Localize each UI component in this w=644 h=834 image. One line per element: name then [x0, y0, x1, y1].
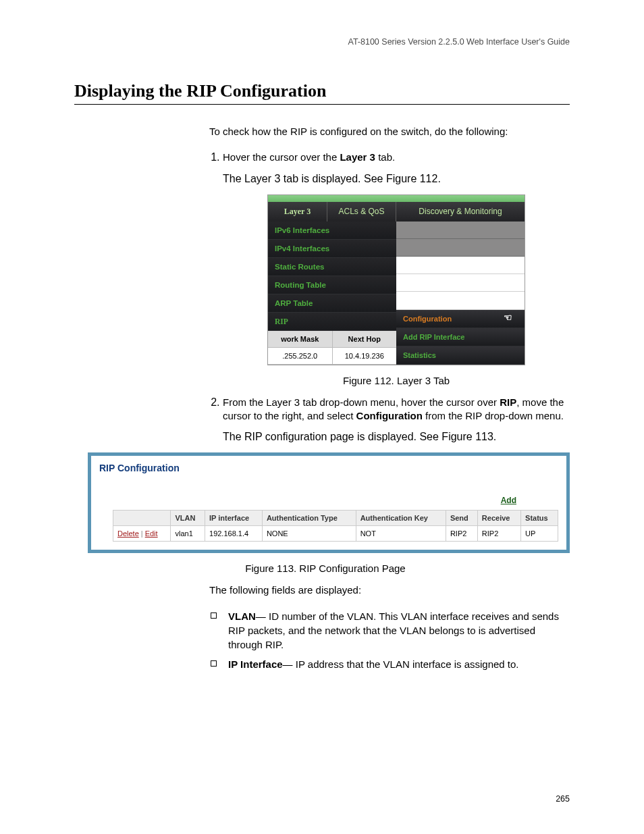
following-fields-text: The following fields are displayed:	[209, 583, 570, 597]
col-work-mask: work Mask	[268, 331, 333, 348]
cell-actions: Delete|Edit	[113, 526, 171, 542]
step2-bold-config: Configuration	[356, 410, 423, 421]
step1-pre: Hover the cursor over the	[223, 151, 340, 163]
step2-text: From the Layer 3 tab drop-down menu, hov…	[223, 396, 564, 421]
val-next-hop: 10.4.19.236	[333, 348, 397, 365]
table-row: Delete|Edit vlan1 192.168.1.4 NONE NOT R…	[113, 526, 558, 542]
edit-link[interactable]: Edit	[145, 529, 158, 538]
cursor-icon: ☜	[504, 312, 512, 323]
col-auth-type: Authentication Type	[262, 511, 356, 526]
col-status: Status	[521, 511, 558, 526]
figure-113-caption: Figure 113. RIP Configuration Page	[88, 563, 563, 574]
field-vlan-desc: — ID number of the VLAN. This VLAN inter…	[228, 610, 559, 650]
cell-status: UP	[521, 526, 558, 542]
rip-sub-add-interface[interactable]: Add RIP Interface	[396, 328, 525, 346]
menu-rip[interactable]: RIP	[268, 313, 396, 331]
intro-text: To check how the RIP is configured on th…	[209, 125, 570, 138]
col-actions	[113, 511, 171, 526]
route-header-row: work Mask Next Hop	[268, 331, 396, 348]
menu-routing-table[interactable]: Routing Table	[268, 276, 396, 294]
white-band-3	[396, 292, 525, 309]
menu-ipv6-interfaces[interactable]: IPv6 Interfaces	[268, 221, 396, 240]
decor-green-strip	[268, 195, 525, 202]
section-heading: Displaying the RIP Configuration	[74, 81, 570, 101]
step1-text: Hover the cursor over the Layer 3 tab.	[223, 151, 395, 163]
rip-sub-configuration[interactable]: Configuration ☜	[396, 310, 525, 328]
step2-sub: The RIP configuration page is displayed.…	[223, 431, 570, 443]
field-ipif-desc: — IP address that the VLAN interface is …	[283, 658, 519, 670]
col-auth-key: Authentication Key	[356, 511, 446, 526]
tab-row: Layer 3 ACLs & QoS Discovery & Monitorin…	[268, 202, 525, 221]
val-work-mask: .255.252.0	[268, 348, 333, 365]
col-vlan: VLAN	[171, 511, 205, 526]
menu-arp-table[interactable]: ARP Table	[268, 294, 396, 313]
heading-rule	[74, 104, 570, 105]
cell-ip: 192.168.1.4	[205, 526, 263, 542]
col-send: Send	[446, 511, 477, 526]
grey-band-1	[396, 221, 525, 239]
field-vlan-label: VLAN	[228, 610, 256, 622]
menu-ipv4-interfaces[interactable]: IPv4 Interfaces	[268, 240, 396, 258]
step1-sub: The Layer 3 tab is displayed. See Figure…	[223, 173, 570, 185]
white-band-1	[396, 257, 525, 274]
step2-c: from the RIP drop-down menu.	[423, 410, 564, 421]
rip-sub-config-label: Configuration	[403, 315, 452, 323]
cell-authkey: NOT	[356, 526, 446, 542]
cell-vlan: vlan1	[171, 526, 205, 542]
cell-receive: RIP2	[477, 526, 520, 542]
white-band-2	[396, 274, 525, 292]
rip-config-title: RIP Configuration	[99, 463, 558, 473]
menu-static-routes[interactable]: Static Routes	[268, 258, 396, 276]
rip-sub-statistics[interactable]: Statistics	[396, 346, 525, 365]
route-value-row: .255.252.0 10.4.19.236	[268, 348, 396, 365]
field-list: VLAN— ID number of the VLAN. This VLAN i…	[209, 609, 570, 671]
cell-authtype: NONE	[262, 526, 356, 542]
cell-send: RIP2	[446, 526, 477, 542]
rip-config-table: VLAN IP interface Authentication Type Au…	[113, 510, 558, 542]
doc-guide-title: AT-8100 Series Version 2.2.5.0 Web Inter…	[348, 37, 570, 47]
layer3-menu: IPv6 Interfaces IPv4 Interfaces Static R…	[268, 221, 396, 365]
field-ipif-label: IP Interface	[228, 658, 283, 670]
tab-discovery-monitoring[interactable]: Discovery & Monitoring	[396, 202, 525, 221]
figure-113: RIP Configuration Add VLAN IP interface …	[88, 452, 570, 553]
tab-layer3[interactable]: Layer 3	[268, 202, 327, 221]
action-sep: |	[141, 529, 143, 538]
col-next-hop: Next Hop	[333, 331, 397, 348]
right-panel: Configuration ☜ Add RIP Interface Statis…	[396, 221, 525, 365]
list-item: IP Interface— IP address that the VLAN i…	[224, 657, 570, 671]
delete-link[interactable]: Delete	[117, 529, 139, 538]
col-ip-interface: IP interface	[205, 511, 263, 526]
add-link[interactable]: Add	[501, 496, 516, 505]
step2-bold-rip: RIP	[500, 396, 516, 408]
figure-112: Layer 3 ACLs & QoS Discovery & Monitorin…	[267, 194, 525, 365]
tab-acls-qos[interactable]: ACLs & QoS	[327, 202, 396, 221]
col-receive: Receive	[477, 511, 520, 526]
list-item: VLAN— ID number of the VLAN. This VLAN i…	[224, 609, 570, 652]
step1-post: tab.	[375, 151, 395, 163]
figure-112-caption: Figure 112. Layer 3 Tab	[223, 375, 570, 386]
grey-band-2	[396, 239, 525, 257]
step1-bold: Layer 3	[340, 151, 375, 163]
step2-a: From the Layer 3 tab drop-down menu, hov…	[223, 396, 500, 408]
page-number: 265	[556, 794, 570, 804]
